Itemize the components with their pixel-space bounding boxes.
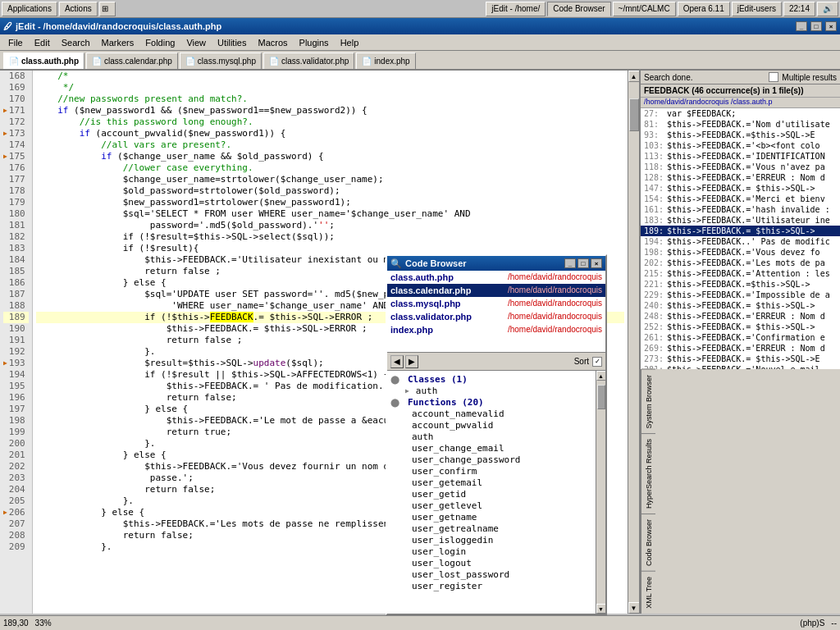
cb-func-user-login[interactable]: user_login xyxy=(390,546,592,558)
cb-forward-button[interactable]: ▶ xyxy=(405,355,418,368)
scroll-up-button[interactable]: ▲ xyxy=(628,71,640,82)
menu-plugins[interactable]: Plugins xyxy=(294,35,334,50)
cb-file-list[interactable]: class.auth.php /home/david/randocroquis … xyxy=(387,271,605,353)
cb-functions-header[interactable]: ⬤ Functions (20) xyxy=(390,397,592,409)
result-item-183[interactable]: 183:$this->FEEDBACK.='Utilisateur ine xyxy=(641,215,840,226)
result-item-273[interactable]: 273:$this->FEEDBACK.= $this->SQL->E xyxy=(641,354,840,364)
editor-scrollbar[interactable]: ▲ ▼ xyxy=(628,71,639,614)
cb-func-user-change-password[interactable]: user_change_password xyxy=(390,454,592,466)
result-item-147[interactable]: 147:$this->FEEDBACK.= $this->SQL-> xyxy=(641,183,840,194)
cb-scroll-up[interactable]: ▲ xyxy=(596,371,606,381)
taskbar-opera[interactable]: Opera 6.11 xyxy=(678,2,730,16)
menu-view[interactable]: View xyxy=(181,35,211,50)
side-tab-hypersearch[interactable]: HyperSearch Results xyxy=(641,433,655,514)
tab-class-validator[interactable]: 📄 class.validator.php xyxy=(263,52,354,69)
result-item-103[interactable]: 103:$this->FEEDBACK.='<b><font colo xyxy=(641,140,840,151)
search-results-list[interactable]: 27:var $FEEDBACK;81:$this->FEEDBACK.='No… xyxy=(641,108,840,369)
result-item-161[interactable]: 161:$this->FEEDBACK.='hash invalide : xyxy=(641,204,840,215)
cb-file-index[interactable]: index.php /home/david/randocroquis xyxy=(387,323,605,336)
result-item-118[interactable]: 118:$this->FEEDBACK.='Vous n'avez pa xyxy=(641,162,840,172)
taskbar-jedit-home[interactable]: jEdit - /home/ xyxy=(486,2,546,16)
result-item-248[interactable]: 248:$this->FEEDBACK.='ERREUR : Nom d xyxy=(641,311,840,322)
cb-scrollbar[interactable]: ▲ ▼ xyxy=(596,371,605,614)
cb-file-validator[interactable]: class.validator.php /home/david/randocro… xyxy=(387,310,605,323)
taskbar-applications[interactable]: Applications xyxy=(2,2,57,16)
cb-close[interactable]: × xyxy=(591,258,602,268)
cb-func-user-register[interactable]: user_register xyxy=(390,581,592,592)
cb-func-account-namevalid[interactable]: account_namevalid xyxy=(390,409,592,420)
taskbar-code-browser[interactable]: Code Browser xyxy=(547,2,610,16)
cb-file-mysql[interactable]: class.mysql.php /home/david/randocroquis xyxy=(387,297,605,310)
result-item-261[interactable]: 261:$this->FEEDBACK.='Confirmation e xyxy=(641,332,840,343)
side-tab-xml-tree[interactable]: XML Tree xyxy=(641,571,655,614)
menu-search[interactable]: Search xyxy=(57,35,95,50)
cb-minimize[interactable]: _ xyxy=(564,258,576,268)
menu-utilities[interactable]: Utilities xyxy=(212,35,251,50)
cb-func-user-getemail[interactable]: user_getemail xyxy=(390,477,592,489)
result-item-221[interactable]: 221:$this->FEEDBACK.=$this->SQL-> xyxy=(641,279,840,290)
cb-func-user-getrealname[interactable]: user_getrealname xyxy=(390,523,592,535)
result-item-113[interactable]: 113:$this->FEEDBACK.='IDENTIFICATION xyxy=(641,151,840,162)
result-item-215[interactable]: 215:$this->FEEDBACK.='Attention : les xyxy=(641,268,840,279)
tab-class-auth[interactable]: 📄 class.auth.php xyxy=(3,52,84,69)
menu-markers[interactable]: Markers xyxy=(97,35,139,50)
result-item-229[interactable]: 229:$this->FEEDBACK.='Impossible de a xyxy=(641,290,840,300)
sort-checkbox[interactable]: ✓ xyxy=(592,357,602,367)
cb-func-user-lost-password[interactable]: user_lost_password xyxy=(390,569,592,581)
taskbar-grid[interactable]: ⊞ xyxy=(99,2,116,16)
result-item-202[interactable]: 202:$this->FEEDBACK.='Les mots de pa xyxy=(641,258,840,268)
menu-file[interactable]: File xyxy=(3,35,28,50)
cb-back-button[interactable]: ◀ xyxy=(390,355,404,368)
cb-func-auth[interactable]: auth xyxy=(390,431,592,443)
close-button[interactable]: × xyxy=(825,21,837,31)
cb-func-user-getlevel[interactable]: user_getlevel xyxy=(390,500,592,512)
result-item-252[interactable]: 252:$this->FEEDBACK.= $this->SQL-> xyxy=(641,322,840,332)
taskbar-volume[interactable]: 🔊 xyxy=(817,2,838,16)
cb-func-user-isloggedin[interactable]: user_isloggedin xyxy=(390,535,592,546)
scroll-track[interactable] xyxy=(628,82,640,602)
cb-func-user-logout[interactable]: user_logout xyxy=(390,558,592,569)
result-item-269[interactable]: 269:$this->FEEDBACK.='ERREUR : Nom d xyxy=(641,343,840,354)
cb-scroll-track[interactable] xyxy=(596,381,606,604)
tab-class-mysql[interactable]: 📄 class.mysql.php xyxy=(180,52,262,69)
menu-macros[interactable]: Macros xyxy=(253,35,292,50)
menu-folding[interactable]: Folding xyxy=(140,35,180,50)
result-item-93[interactable]: 93:$this->FEEDBACK.=$this->SQL->E xyxy=(641,130,840,140)
menu-edit[interactable]: Edit xyxy=(30,35,55,50)
minimize-button[interactable]: _ xyxy=(796,21,807,31)
cb-func-user-confirm[interactable]: user_confirm xyxy=(390,466,592,477)
taskbar-jedit-users[interactable]: jEdit-users xyxy=(732,2,782,16)
side-tab-system-browser[interactable]: System Browser xyxy=(641,369,655,434)
result-item-281[interactable]: 281:$this->FEEDBACK.='Nouvel e-mail xyxy=(641,364,840,369)
cb-maximize[interactable]: □ xyxy=(578,258,589,268)
maximize-button[interactable]: □ xyxy=(810,21,822,31)
menu-help[interactable]: Help xyxy=(336,35,364,50)
result-item-128[interactable]: 128:$this->FEEDBACK.='ERREUR : Nom d xyxy=(641,172,840,183)
scroll-down-button[interactable]: ▼ xyxy=(628,602,640,614)
taskbar-calmc[interactable]: ~/mnt/CALMC xyxy=(613,2,676,16)
cb-func-user-change-email[interactable]: user_change_email xyxy=(390,443,592,454)
cb-file-calendar[interactable]: class.calendar.php /home/david/randocroq… xyxy=(387,284,605,297)
result-item-27[interactable]: 27:var $FEEDBACK; xyxy=(641,108,840,119)
tab-index[interactable]: 📄 index.php xyxy=(356,52,415,69)
result-item-154[interactable]: 154:$this->FEEDBACK.='Merci et bienv xyxy=(641,194,840,204)
result-item-240[interactable]: 240:$this->FEEDBACK.= $this->SQL-> xyxy=(641,300,840,311)
cb-tree[interactable]: ⬤ Classes (1) ▶ auth ⬤ Functions (20) ac… xyxy=(387,371,596,614)
taskbar-actions[interactable]: Actions xyxy=(59,2,98,16)
cb-class-auth[interactable]: ▶ auth xyxy=(390,386,592,397)
cb-scroll-down[interactable]: ▼ xyxy=(596,604,606,614)
multiple-results-checkbox[interactable] xyxy=(769,72,778,82)
side-tab-code-browser[interactable]: Code Browser xyxy=(641,514,655,571)
result-item-198[interactable]: 198:$this->FEEDBACK.='Vous devez fo xyxy=(641,247,840,258)
cb-classes-header[interactable]: ⬤ Classes (1) xyxy=(390,374,592,386)
tab-class-calendar[interactable]: 📄 class.calendar.php xyxy=(86,52,178,69)
result-item-189[interactable]: 189:$this->FEEDBACK.= $this->SQL-> xyxy=(641,226,840,236)
cb-file-auth[interactable]: class.auth.php /home/david/randocroquis xyxy=(387,271,605,284)
result-item-81[interactable]: 81:$this->FEEDBACK.='Nom d'utilisate xyxy=(641,119,840,130)
cb-func-user-getid[interactable]: user_getid xyxy=(390,489,592,500)
cb-func-account-pwvalid[interactable]: account_pwvalid xyxy=(390,420,592,431)
scroll-thumb[interactable] xyxy=(629,98,639,131)
result-item-194[interactable]: 194:$this->FEEDBACK..' Pas de modific xyxy=(641,236,840,247)
cb-scroll-thumb[interactable] xyxy=(597,385,605,409)
cb-func-user-getname[interactable]: user_getname xyxy=(390,512,592,523)
